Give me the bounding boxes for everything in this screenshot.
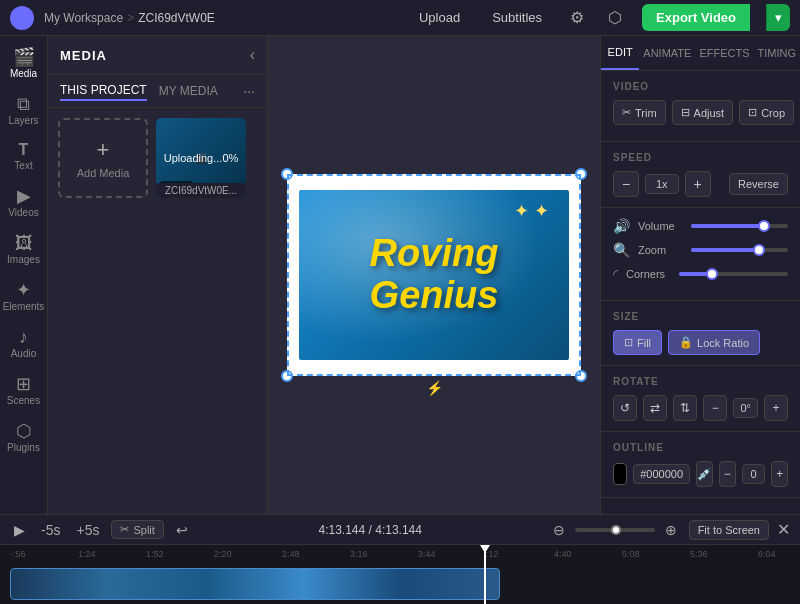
- track-num-11: 6:04: [758, 549, 800, 559]
- tab-my-media[interactable]: MY MEDIA: [159, 82, 218, 100]
- skip-back-button[interactable]: -5s: [37, 520, 64, 540]
- track-playhead[interactable]: [484, 545, 486, 604]
- outline-controls: #000000 💉 − 0 +: [613, 461, 788, 487]
- tab-animate[interactable]: ANIMATE: [639, 36, 695, 70]
- video-section: VIDEO ✂ Trim ⊟ Adjust ⊡ Crop: [601, 71, 800, 142]
- sidebar-item-elements[interactable]: ✦ Elements: [0, 273, 47, 320]
- elements-icon: ✦: [16, 281, 31, 299]
- speed-increase-button[interactable]: +: [685, 171, 711, 197]
- speed-controls: − 1x + Reverse: [613, 171, 788, 197]
- sidebar-item-text[interactable]: T Text: [0, 134, 47, 179]
- sidebar: 🎬 Media ⧉ Layers T Text ▶ Videos 🖼 Image…: [0, 36, 48, 514]
- sidebar-item-videos[interactable]: ▶ Videos: [0, 179, 47, 226]
- undo-button[interactable]: ↩: [172, 520, 192, 540]
- size-buttons: ⊡ Fill 🔒 Lock Ratio: [613, 330, 788, 355]
- track-num-5: 3:16: [350, 549, 418, 559]
- video-section-label: VIDEO: [613, 81, 788, 92]
- size-section: SIZE ⊡ Fill 🔒 Lock Ratio: [601, 301, 800, 366]
- tab-effects[interactable]: EFFECTS: [695, 36, 753, 70]
- upload-button[interactable]: Upload: [411, 6, 468, 29]
- speed-decrease-button[interactable]: −: [613, 171, 639, 197]
- sidebar-item-plugins[interactable]: ⬡ Plugins: [0, 414, 47, 461]
- current-time: 4:13.144: [319, 523, 366, 537]
- handle-bottom-left[interactable]: [281, 370, 293, 382]
- media-icon: 🎬: [13, 48, 35, 66]
- zoom-out-button[interactable]: ⊖: [549, 520, 569, 540]
- zoom-label: Zoom: [638, 244, 683, 256]
- track-bar[interactable]: [10, 568, 500, 600]
- sidebar-item-scenes[interactable]: ⊞ Scenes: [0, 367, 47, 414]
- export-dropdown-arrow[interactable]: ▾: [766, 4, 790, 31]
- trim-button[interactable]: ✂ Trim: [613, 100, 666, 125]
- outline-minus-button[interactable]: −: [719, 461, 736, 487]
- sidebar-item-audio[interactable]: ♪ Audio: [0, 320, 47, 367]
- sidebar-label-layers: Layers: [8, 115, 38, 126]
- sidebar-label-scenes: Scenes: [7, 395, 40, 406]
- volume-row: 🔊 Volume: [613, 218, 788, 234]
- outline-eyedropper-button[interactable]: 💉: [696, 461, 713, 487]
- tab-timing[interactable]: TIMING: [754, 36, 801, 70]
- tab-this-project[interactable]: THIS PROJECT: [60, 81, 147, 101]
- outline-section: OUTLINE #000000 💉 − 0 +: [601, 432, 800, 498]
- fill-button[interactable]: ⊡ Fill: [613, 330, 662, 355]
- stars-decoration: ✦ ✦: [514, 200, 549, 222]
- workspace-link[interactable]: My Workspace: [44, 11, 123, 25]
- rotate-label: ROTATE: [613, 376, 788, 387]
- skip-forward-button[interactable]: +5s: [72, 520, 103, 540]
- sidebar-item-layers[interactable]: ⧉ Layers: [0, 87, 47, 134]
- outline-value: 0: [742, 464, 766, 484]
- rotate-controls: ↺ ⇄ ⇅ − 0° +: [613, 395, 788, 421]
- outline-color-swatch[interactable]: [613, 463, 627, 485]
- split-button[interactable]: ✂ Split: [111, 520, 163, 539]
- sidebar-item-images[interactable]: 🖼 Images: [0, 226, 47, 273]
- subtitles-button[interactable]: Subtitles: [484, 6, 550, 29]
- canvas-link-icon[interactable]: ⚡: [426, 380, 443, 396]
- handle-top-left[interactable]: [281, 168, 293, 180]
- track-time-numbers: -:56 1:24 1:52 2:20 2:48 3:16 3:44 :12 4…: [0, 545, 800, 559]
- outline-hex[interactable]: #000000: [633, 464, 690, 484]
- export-button[interactable]: Export Video: [642, 4, 750, 31]
- volume-slider[interactable]: [691, 224, 788, 228]
- track-num-1: 1:24: [78, 549, 146, 559]
- flip-h-button[interactable]: ⇄: [643, 395, 667, 421]
- add-media-button[interactable]: + Add Media: [58, 118, 148, 198]
- zoom-slider-thumb[interactable]: [611, 525, 621, 535]
- handle-bottom-right[interactable]: [575, 370, 587, 382]
- sidebar-item-media[interactable]: 🎬 Media: [0, 40, 47, 87]
- timeline-close-button[interactable]: ✕: [777, 520, 790, 539]
- flip-v-button[interactable]: ⇅: [673, 395, 697, 421]
- settings-icon[interactable]: ⚙: [566, 4, 588, 31]
- canvas-content: ✦ ✦ Roving Genius: [299, 190, 569, 360]
- rotate-minus-button[interactable]: −: [703, 395, 727, 421]
- panel-close-button[interactable]: ‹: [250, 46, 255, 64]
- media-item[interactable]: 🎬 Uploading...0% 04:13 ZCI69dVtW0E...: [156, 118, 246, 198]
- rotate-ccw-button[interactable]: ↺: [613, 395, 637, 421]
- crop-button[interactable]: ⊡ Crop: [739, 100, 794, 125]
- outline-plus-button[interactable]: +: [771, 461, 788, 487]
- topbar: My Workspace > ZCI69dVtW0E Upload Subtit…: [0, 0, 800, 36]
- lock-icon: 🔒: [679, 336, 693, 349]
- adjust-button[interactable]: ⊟ Adjust: [672, 100, 734, 125]
- speed-value: 1x: [645, 174, 679, 194]
- play-button[interactable]: ▶: [10, 520, 29, 540]
- zoom-in-button[interactable]: ⊕: [661, 520, 681, 540]
- tab-edit[interactable]: EDIT: [601, 36, 639, 70]
- zoom-slider-track[interactable]: [575, 528, 655, 532]
- corners-slider[interactable]: [679, 272, 788, 276]
- lock-ratio-button[interactable]: 🔒 Lock Ratio: [668, 330, 760, 355]
- zoom-controls: ⊖ ⊕: [549, 520, 681, 540]
- text-icon: T: [19, 142, 29, 158]
- volume-icon: 🔊: [613, 218, 630, 234]
- rotate-plus-button[interactable]: +: [764, 395, 788, 421]
- zoom-slider[interactable]: [691, 248, 788, 252]
- more-options-button[interactable]: ···: [243, 83, 255, 99]
- fit-to-screen-button[interactable]: Fit to Screen: [689, 520, 769, 540]
- share-icon[interactable]: ⬡: [604, 4, 626, 31]
- size-label: SIZE: [613, 311, 788, 322]
- sidebar-label-images: Images: [7, 254, 40, 265]
- reverse-button[interactable]: Reverse: [729, 173, 788, 195]
- zoom-row: 🔍 Zoom: [613, 242, 788, 258]
- handle-top-right[interactable]: [575, 168, 587, 180]
- canvas-title-line1: Roving: [370, 233, 499, 275]
- outline-label: OUTLINE: [613, 442, 788, 453]
